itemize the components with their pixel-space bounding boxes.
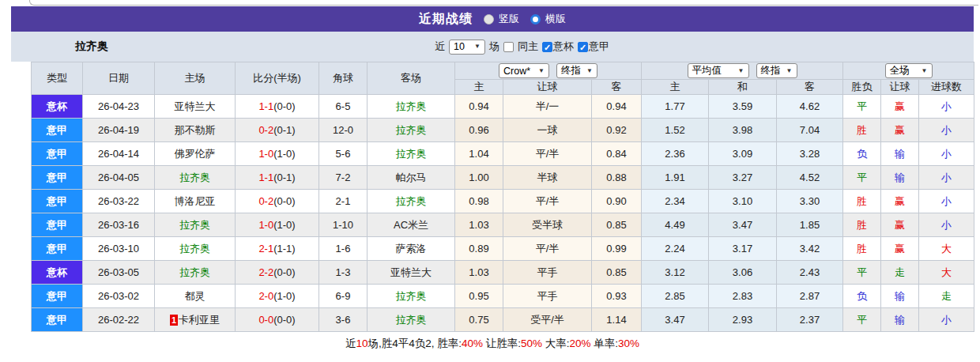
summary-segment: 大率: xyxy=(542,337,570,351)
cell-home-team: 拉齐奥 xyxy=(155,166,236,190)
bookmaker-select[interactable]: Crow* ▼ xyxy=(499,63,549,78)
radio-unselected-icon[interactable] xyxy=(484,14,494,25)
cell-away-team: 亚特兰大 xyxy=(368,261,455,285)
cell-avg-home: 3.12 xyxy=(642,261,709,285)
cell-result-handicap: 赢 xyxy=(881,237,919,261)
summary-segment: 场,胜4平4负2, 胜率: xyxy=(368,337,462,351)
cell-handicap: 半球 xyxy=(503,166,592,190)
table-row: 意甲 26-03-16 拉齐奥 1-0(1-0) 1-10 AC米兰 1.03 … xyxy=(32,213,974,237)
cell-avg-home: 1.52 xyxy=(642,119,709,142)
half-time-score: (0-1) xyxy=(273,172,295,183)
bookmaker-value: Crow* xyxy=(503,66,530,77)
cell-away-team: 拉齐奥 xyxy=(368,119,455,142)
half-time-score: (1-0) xyxy=(273,290,295,302)
cell-home-team: 佛罗伦萨 xyxy=(155,142,236,166)
cell-corners: 1-10 xyxy=(319,213,368,237)
col-header-score: 比分(半场) xyxy=(236,62,319,95)
full-match-value: 全场 xyxy=(890,64,910,77)
cell-odds-home: 0.95 xyxy=(455,285,503,308)
cell-date: 26-03-16 xyxy=(83,213,155,237)
chevron-down-icon: ▼ xyxy=(474,43,481,50)
match-count-select[interactable]: 10 ▼ xyxy=(449,40,485,55)
cell-corners: 12-0 xyxy=(319,119,368,142)
title-bar: 近期战绩 竖版 横版 xyxy=(11,6,974,32)
cell-result-wdl: 平 xyxy=(843,95,881,119)
cell-score: 2-0(1-0) xyxy=(236,285,319,308)
cell-match-type: 意甲 xyxy=(32,142,83,166)
cell-home-team: 都灵 xyxy=(155,285,236,308)
cell-handicap: 平手 xyxy=(503,261,592,285)
final-index-select-1[interactable]: 终指 ▼ xyxy=(556,63,597,78)
half-time-score: (0-1) xyxy=(273,124,295,136)
cell-avg-draw: 3.06 xyxy=(709,261,777,285)
cell-odds-home: 0.98 xyxy=(455,190,503,213)
cell-avg-draw: 3.10 xyxy=(709,190,777,213)
average-select[interactable]: 平均值 ▼ xyxy=(688,63,749,78)
table-row: 意甲 26-04-05 拉齐奥 1-1(0-1) 7-2 帕尔马 1.00 半球… xyxy=(32,166,974,190)
col-header-avg-draw: 和 xyxy=(709,80,777,95)
cell-avg-away: 1.85 xyxy=(777,213,843,237)
cell-avg-home: 4.49 xyxy=(642,213,709,237)
full-time-score: 1-0 xyxy=(258,148,273,160)
cell-result-wdl: 胜 xyxy=(843,190,881,213)
layout-radio-horizontal[interactable]: 横版 xyxy=(530,12,566,26)
cell-odds-away: 0.85 xyxy=(592,213,642,237)
cell-avg-home: 1.77 xyxy=(642,95,709,119)
full-time-score: 2-2 xyxy=(258,266,273,278)
cell-avg-away: 2.37 xyxy=(777,308,843,332)
cell-score: 0-2(0-0) xyxy=(236,190,319,213)
cup-checkbox[interactable]: ✓ xyxy=(542,42,552,52)
chevron-down-icon: ▼ xyxy=(786,68,793,74)
cell-date: 26-04-05 xyxy=(83,166,155,190)
cell-date: 26-02-22 xyxy=(83,308,155,332)
full-time-score: 0-2 xyxy=(258,195,273,207)
cell-odds-away: 1.14 xyxy=(592,308,642,332)
cell-avg-draw: 3.98 xyxy=(709,119,777,142)
col-header-odds-away: 客 xyxy=(592,80,642,95)
summary-segment: 10 xyxy=(356,337,368,349)
cell-score: 2-2(0-0) xyxy=(236,261,319,285)
toolbar: 拉齐奥 近 10 ▼ 场 同主 ✓ 意杯 ✓ 意甲 xyxy=(11,32,974,62)
cell-handicap: 一球 xyxy=(503,119,592,142)
cell-away-team: 拉齐奥 xyxy=(368,308,455,332)
cell-away-team: 拉齐奥 xyxy=(368,285,455,308)
cell-score: 1-1(0-0) xyxy=(236,95,319,119)
cell-result-handicap: 赢 xyxy=(881,95,919,119)
cell-handicap: 平/半 xyxy=(503,190,592,213)
cell-match-type: 意甲 xyxy=(32,285,83,308)
cell-result-handicap: 赢 xyxy=(881,190,919,213)
league-checkbox[interactable]: ✓ xyxy=(578,42,588,52)
col-header-odds-home: 主 xyxy=(455,80,503,95)
full-time-score: 0-2 xyxy=(258,124,273,136)
cell-avg-away: 4.62 xyxy=(777,95,843,119)
cell-result-handicap: 赢 xyxy=(881,119,919,142)
final-index-2-value: 终指 xyxy=(761,64,781,77)
summary-segment: 20% xyxy=(570,337,591,349)
col-header-away: 客场 xyxy=(368,62,455,95)
full-match-select[interactable]: 全场 ▼ xyxy=(885,63,933,78)
summary-segment: 40% xyxy=(462,337,483,349)
summary-segment: 让胜率: xyxy=(483,337,521,351)
cell-away-team: 拉齐奥 xyxy=(368,142,455,166)
cell-score: 1-0(1-0) xyxy=(236,213,319,237)
cell-avg-away: 7.04 xyxy=(777,119,843,142)
final-index-select-2[interactable]: 终指 ▼ xyxy=(756,63,797,78)
cell-avg-away: 2.87 xyxy=(777,285,843,308)
cell-match-type: 意甲 xyxy=(32,166,83,190)
full-time-score: 1-1 xyxy=(258,100,273,112)
table-row: 意杯 26-03-05 拉齐奥 2-2(0-0) 1-3 亚特兰大 1.03 平… xyxy=(32,261,974,285)
cell-home-team: 1卡利亚里 xyxy=(155,308,236,332)
col-header-result-handicap: 让球 xyxy=(881,80,919,95)
layout-radio-vertical[interactable]: 竖版 xyxy=(484,12,519,26)
cell-away-team: 拉齐奥 xyxy=(368,95,455,119)
cell-avg-away: 3.28 xyxy=(777,142,843,166)
results-tbody: 意杯 26-04-23 亚特兰大 1-1(0-0) 6-5 拉齐奥 0.94 半… xyxy=(32,95,974,332)
summary-segment: 50% xyxy=(521,337,542,349)
average-value: 平均值 xyxy=(692,64,722,77)
table-row: 意甲 26-04-19 那不勒斯 0-2(0-1) 12-0 拉齐奥 0.96 … xyxy=(32,119,974,142)
filter-controls: 近 10 ▼ 场 同主 ✓ 意杯 ✓ 意甲 xyxy=(435,32,609,62)
cell-odds-away: 0.92 xyxy=(592,119,642,142)
same-home-checkbox[interactable] xyxy=(503,42,514,52)
radio-selected-icon[interactable] xyxy=(530,14,541,25)
half-time-score: (0-0) xyxy=(273,195,295,207)
